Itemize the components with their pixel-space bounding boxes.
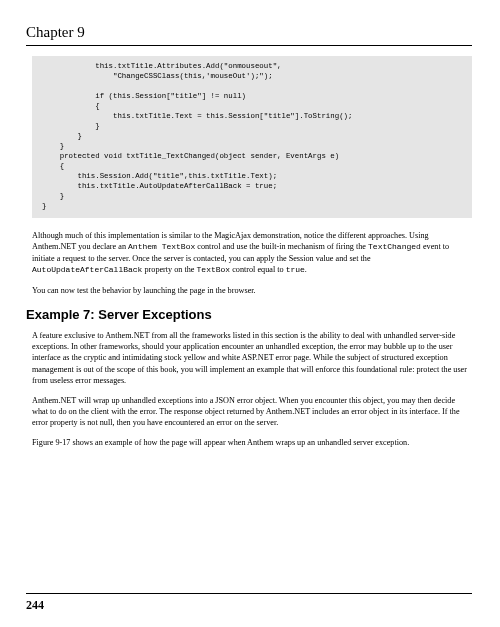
inline-code: TextChanged [368, 242, 421, 251]
paragraph-5: Figure 9-17 shows an example of how the … [32, 437, 472, 448]
example-heading: Example 7: Server Exceptions [26, 306, 472, 324]
para-text: control and use the built-in mechanism o… [195, 242, 368, 251]
chapter-title: Chapter 9 [26, 22, 472, 46]
paragraph-1: Although much of this implementation is … [32, 230, 472, 276]
code-block: this.txtTitle.Attributes.Add("onmouseout… [32, 56, 472, 218]
para-text: . [305, 265, 307, 274]
paragraph-2: You can now test the behavior by launchi… [32, 285, 472, 296]
para-text: control equal to [230, 265, 285, 274]
page-number: 244 [26, 598, 44, 612]
inline-code: Anthem TextBox [128, 242, 195, 251]
inline-code: true [286, 265, 305, 274]
paragraph-4: Anthem.NET will wrap up unhandled except… [32, 395, 472, 428]
para-text: property on the [142, 265, 196, 274]
inline-code: TextBox [197, 265, 231, 274]
page-footer: 244 [26, 593, 472, 613]
paragraph-3: A feature exclusive to Anthem.NET from a… [32, 330, 472, 385]
inline-code: AutoUpdateAfterCallBack [32, 265, 142, 274]
